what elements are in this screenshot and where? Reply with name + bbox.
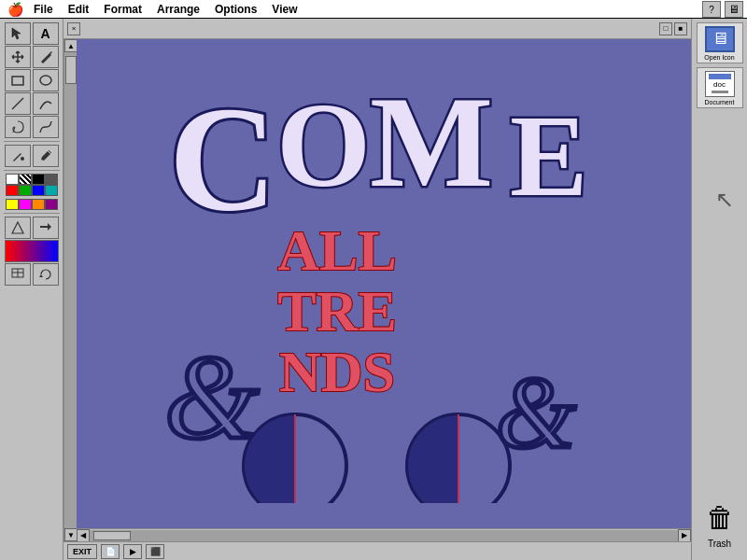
menu-view[interactable]: View <box>264 0 304 19</box>
menubar: 🍎 File Edit Format Arrange Options View … <box>0 0 747 19</box>
exit-button[interactable]: EXIT <box>67 544 97 559</box>
color-cyan[interactable] <box>45 185 58 196</box>
canvas-viewport[interactable]: C O M E ALL TRE NDS <box>77 39 691 528</box>
scroll-thumb-v[interactable] <box>65 56 77 84</box>
trash-container: 🗑 Trash <box>703 497 737 549</box>
scroll-thumb-h[interactable] <box>93 531 131 540</box>
svg-rect-1 <box>12 77 23 85</box>
right-icon-2-label: Document <box>705 99 735 105</box>
tool-row-extra2 <box>5 240 59 262</box>
svg-marker-0 <box>12 28 21 39</box>
svg-line-3 <box>12 98 23 109</box>
apple-menu[interactable]: 🍎 <box>4 0 26 19</box>
close-button[interactable]: × <box>67 22 80 35</box>
curve-tool[interactable] <box>33 92 59 115</box>
color-pattern[interactable] <box>19 174 32 185</box>
zoom-in-button[interactable]: ■ <box>674 22 687 35</box>
right-icon-1-label: Open Icon <box>704 54 734 61</box>
svg-text:O: O <box>276 77 371 212</box>
color-yellow[interactable] <box>6 199 19 210</box>
svg-point-2 <box>40 76 51 85</box>
oval-tool[interactable] <box>33 69 59 91</box>
tool-row-6 <box>5 145 59 167</box>
menu-edit[interactable]: Edit <box>61 0 97 19</box>
svg-text:ALL: ALL <box>277 218 396 282</box>
help-icon[interactable]: ? <box>702 1 721 18</box>
menu-file[interactable]: File <box>26 0 61 19</box>
color-darkgray[interactable] <box>45 174 58 185</box>
arrow-tool[interactable] <box>5 22 31 45</box>
canvas-with-scrollbar: ▲ ▼ C O <box>63 39 691 541</box>
color-white[interactable] <box>6 174 19 185</box>
menubar-right: ? 🖥 <box>702 0 743 19</box>
right-icon-1-img: 🖥 <box>705 26 735 52</box>
fill-tool[interactable] <box>5 145 31 167</box>
color-swatches-2 <box>6 199 58 210</box>
status-play-icon[interactable]: ▶ <box>123 544 142 559</box>
svg-text:M: M <box>370 69 493 214</box>
color-swatches <box>6 174 58 196</box>
rotate-tool[interactable] <box>33 263 59 286</box>
tool-separator-1 <box>4 141 60 142</box>
scroll-up-button[interactable]: ▲ <box>64 39 78 52</box>
menu-options[interactable]: Options <box>207 0 264 19</box>
bezier-tool[interactable] <box>33 116 59 138</box>
scroll-track-v[interactable] <box>64 52 77 528</box>
status-grid-icon[interactable]: ⬛ <box>146 544 164 559</box>
svg-point-5 <box>21 157 24 161</box>
color-green[interactable] <box>19 185 32 196</box>
rectangle-tool[interactable] <box>5 69 31 91</box>
artwork-svg: C O M E ALL TRE NDS <box>141 64 627 503</box>
right-icon-1[interactable]: 🖥 Open Icon <box>697 22 743 63</box>
zoom-tool[interactable] <box>5 263 31 286</box>
line-tool[interactable] <box>5 92 31 115</box>
dropper-tool[interactable] <box>33 145 59 167</box>
right-panel-spacer: ↖ <box>706 112 734 494</box>
menu-format[interactable]: Format <box>96 0 149 19</box>
tool-row-5 <box>5 116 59 138</box>
color-red[interactable] <box>6 185 19 196</box>
svg-text:&: & <box>164 329 259 464</box>
status-bar: EXIT 📄 ▶ ⬛ <box>63 541 691 560</box>
right-icon-2[interactable]: doc Document <box>697 67 743 108</box>
canvas-main: C O M E ALL TRE NDS <box>77 39 691 541</box>
move-tool[interactable] <box>5 46 31 68</box>
menu-arrange[interactable]: Arrange <box>149 0 207 19</box>
scroll-track-h[interactable] <box>90 530 678 541</box>
pencil-tool[interactable] <box>33 46 59 68</box>
artwork: C O M E ALL TRE NDS <box>77 39 691 528</box>
scroll-down-button[interactable]: ▼ <box>64 528 78 541</box>
toolbar: A <box>0 19 63 560</box>
color-black[interactable] <box>32 174 45 185</box>
right-panel: 🖥 Open Icon doc Document ↖ 🗑 Trash <box>691 19 747 560</box>
trash-icon[interactable]: 🗑 <box>703 497 737 539</box>
svg-marker-9 <box>39 274 43 277</box>
tool-row-extra3 <box>5 263 59 286</box>
pen-tool[interactable] <box>5 217 31 239</box>
color-magenta[interactable] <box>19 199 32 210</box>
system-icon[interactable]: 🖥 <box>725 1 743 18</box>
canvas-titlebar: × □ ■ <box>63 19 691 39</box>
color-purple[interactable] <box>45 199 58 210</box>
color-blue[interactable] <box>32 185 45 196</box>
canvas-area: × □ ■ ▲ ▼ <box>63 19 691 560</box>
vertical-scrollbar[interactable]: ▲ ▼ <box>63 39 77 541</box>
tool-row-1: A <box>5 22 59 45</box>
text-tool[interactable]: A <box>33 22 59 45</box>
svg-text:TRE: TRE <box>277 279 396 343</box>
cursor-icon: ↖ <box>715 187 734 213</box>
tool-separator-3 <box>4 213 60 214</box>
status-page-icon[interactable]: 📄 <box>101 544 120 559</box>
horizontal-scrollbar[interactable]: ◀ ▶ <box>77 528 691 541</box>
svg-text:NDS: NDS <box>279 340 395 403</box>
swap-tool[interactable] <box>33 217 59 239</box>
gradient-tool[interactable] <box>5 240 59 262</box>
lasso-tool[interactable] <box>5 116 31 138</box>
scroll-right-button[interactable]: ▶ <box>678 529 691 542</box>
zoom-out-button[interactable]: □ <box>659 22 672 35</box>
color-orange[interactable] <box>32 199 45 210</box>
svg-text:E: E <box>510 91 587 220</box>
scroll-left-button[interactable]: ◀ <box>77 529 90 542</box>
tool-separator-2 <box>4 170 60 171</box>
main-layout: A <box>0 19 747 560</box>
